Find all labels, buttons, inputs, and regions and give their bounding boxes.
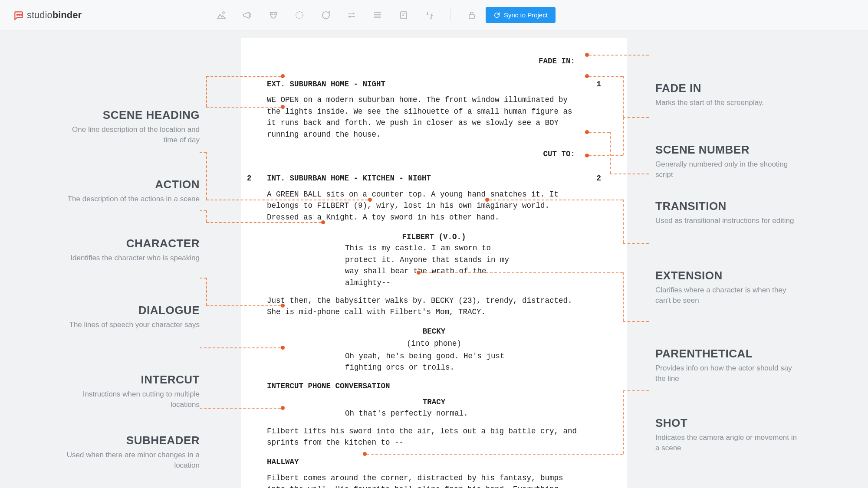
action-2a: A GREEN BALL sits on a counter top. A yo… — [267, 189, 579, 223]
action-2b: Just then, the babysitter walks by. BECK… — [267, 295, 579, 318]
connector — [421, 272, 623, 273]
scene-number-right: 2 — [596, 173, 601, 184]
circle-icon[interactable] — [294, 10, 305, 20]
lock-icon[interactable] — [467, 10, 477, 20]
connector — [367, 454, 623, 455]
action-2d: Filbert comes around the corner, distrac… — [267, 472, 579, 488]
connector — [623, 321, 649, 322]
connector — [206, 76, 207, 107]
svg-point-3 — [223, 12, 224, 13]
dot — [281, 105, 285, 109]
svg-point-6 — [296, 12, 303, 19]
connector — [623, 243, 649, 244]
swap-icon[interactable] — [346, 10, 357, 20]
anno-title: CHARACTER — [70, 237, 200, 250]
svg-point-1 — [19, 14, 20, 15]
note-icon[interactable] — [398, 10, 409, 20]
connector — [200, 152, 206, 153]
logo-icon — [13, 10, 24, 21]
svg-point-5 — [274, 14, 275, 15]
anno-subheader: SUBHEADER Used when there are minor chan… — [61, 434, 200, 471]
connector — [589, 132, 610, 133]
anno-desc: The description of the actions in a scen… — [68, 194, 200, 204]
anno-title: FADE IN — [655, 82, 764, 95]
character-tracy: TRACY — [267, 396, 601, 408]
anno-title: TRANSITION — [655, 200, 794, 213]
connector — [206, 305, 281, 306]
connector — [206, 76, 281, 77]
anno-desc: Used as transitional instructions for ed… — [655, 216, 794, 226]
anno-desc: Marks the start of the screenplay. — [655, 98, 764, 108]
dot — [585, 53, 589, 57]
anno-extension: EXTENSION Clarifies where a character is… — [655, 269, 803, 306]
lines-icon[interactable] — [372, 10, 383, 20]
anno-action: ACTION The description of the actions in… — [68, 178, 200, 204]
svg-point-0 — [17, 14, 18, 15]
connector — [200, 347, 281, 348]
svg-rect-8 — [469, 15, 474, 19]
connector — [206, 200, 368, 200]
anno-scenenum: SCENE NUMBER Generally numbered only in … — [655, 143, 803, 180]
mountain-icon[interactable] — [216, 10, 227, 20]
script-page: FADE IN: EXT. SUBURBAN HOME - NIGHT 1 WE… — [241, 38, 627, 488]
svg-rect-7 — [401, 12, 407, 19]
connector — [610, 132, 611, 174]
numbers-icon[interactable] — [424, 10, 435, 20]
action-1: WE OPEN on a modern suburban home. The f… — [267, 94, 579, 140]
anno-fadein: FADE IN Marks the start of the screenpla… — [655, 82, 764, 108]
connector — [623, 76, 624, 117]
intercut: INTERCUT PHONE CONVERSATION — [267, 380, 601, 392]
logo[interactable]: studiobinder — [13, 10, 82, 21]
connector — [623, 200, 624, 243]
anno-title: SCENE NUMBER — [655, 143, 803, 157]
anno-title: DIALOGUE — [69, 304, 200, 317]
connector — [206, 222, 321, 223]
dot — [585, 154, 589, 157]
sync-button[interactable]: Sync to Project — [486, 7, 556, 23]
connector — [206, 278, 207, 305]
anno-desc: One line description of the location and… — [61, 124, 200, 145]
svg-point-2 — [20, 14, 21, 15]
connector — [206, 210, 207, 222]
scene-number-left: 2 — [247, 173, 252, 184]
dialog-filbert: This is my castle. I am sworn to protect… — [345, 242, 523, 288]
dialog-becky: Oh yeah, he's being good. He's just figh… — [345, 350, 523, 373]
dot — [281, 406, 285, 410]
connector — [623, 272, 624, 321]
scene-number-right: 1 — [596, 79, 601, 90]
connector — [489, 200, 623, 200]
anno-desc: Clarifies where a character is when they… — [655, 285, 803, 306]
anno-intercut: INTERCUT Instructions when cutting to mu… — [61, 373, 200, 410]
connector — [623, 390, 624, 454]
dot — [281, 304, 285, 308]
connector — [589, 155, 623, 156]
svg-point-4 — [272, 14, 273, 15]
anno-title: ACTION — [68, 178, 200, 191]
connector — [200, 278, 206, 278]
toolbar: studiobinder Sync to Project — [0, 0, 868, 30]
connector — [206, 152, 207, 200]
sync-label: Sync to Project — [504, 11, 548, 19]
mask-icon[interactable] — [268, 10, 279, 20]
megaphone-icon[interactable] — [242, 10, 253, 20]
anno-desc: Instructions when cutting to multiple lo… — [61, 389, 200, 410]
dialog-tracy: Oh that's perfectly normal. — [345, 408, 523, 419]
dot — [585, 130, 589, 134]
toolbar-divider — [450, 9, 451, 21]
dot — [321, 220, 325, 224]
anno-character: CHARACTER Identifies the character who i… — [70, 237, 200, 263]
slug-text: INT. SUBURBAN HOME - KITCHEN - NIGHT — [267, 173, 431, 184]
scene-heading-2: 2 INT. SUBURBAN HOME - KITCHEN - NIGHT 2 — [267, 173, 601, 184]
connector — [200, 210, 206, 211]
comment-icon[interactable] — [320, 10, 331, 20]
dot — [368, 198, 372, 202]
action-2c: Filbert lifts his sword into the air, le… — [267, 426, 579, 449]
anno-title: INTERCUT — [61, 373, 200, 386]
toolbar-icons — [216, 9, 477, 21]
transition-1: CUT TO: — [267, 148, 601, 160]
anno-desc: The lines of speech your character says — [69, 320, 200, 330]
dot — [585, 74, 589, 78]
dot — [485, 198, 489, 202]
anno-desc: Indicates the camera angle or movement i… — [655, 432, 803, 453]
dot — [363, 452, 367, 456]
